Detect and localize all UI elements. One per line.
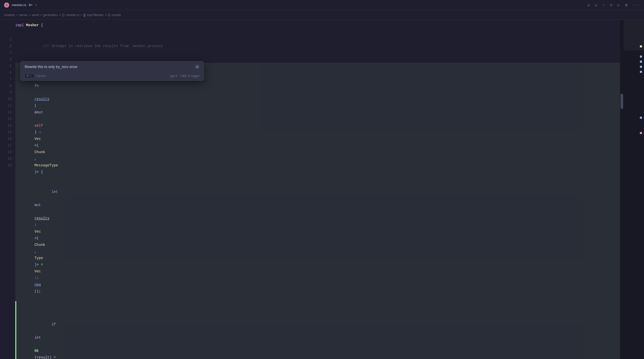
forward-icon[interactable]: ↻: [595, 3, 597, 8]
play-icon[interactable]: ▷: [618, 3, 620, 8]
ellipsis: ..: [47, 74, 49, 78]
circle-arrow-icon[interactable]: ⊙: [610, 3, 612, 8]
diff-bar-2: [15, 308, 16, 359]
filename-label: mesher.rs: [12, 3, 26, 7]
breadcrumb-results[interactable]: results: [112, 13, 121, 17]
cancel-kbd: ⌘⌥: [25, 74, 34, 78]
breadcrumb-fn-icon: ⬡: [108, 13, 110, 17]
titlebar: mesher.rs 9+ ↺ ↻ ○ ⊙ ▷ ⊞ ···: [0, 0, 644, 10]
model-label: ✓ gpt-4: [167, 74, 177, 78]
breadcrumb-file-icon: ⬡: [62, 13, 64, 17]
scrollbar-track: [620, 20, 624, 359]
code-line-impl: impl Mesher {: [15, 20, 644, 30]
breadcrumb-voxelize[interactable]: voxelize: [4, 13, 15, 17]
prompt-close-button[interactable]: ✕: [195, 64, 199, 69]
breadcrumb-filename[interactable]: mesher.rs: [66, 13, 79, 17]
minimap-dot-6: [640, 117, 642, 119]
breadcrumb-generators[interactable]: generators: [43, 13, 58, 17]
breadcrumb: voxelize › server › world › generators ›…: [0, 10, 644, 20]
breadcrumb-impl[interactable]: impl Mesher: [87, 13, 103, 17]
code-line-if-let-ok: if let Ok (result) = self . receiver . t…: [15, 308, 644, 359]
titlebar-right: ↺ ↻ ○ ⊙ ▷ ⊞ ···: [587, 3, 640, 8]
minimap-dot-5: [640, 71, 642, 73]
minimap-dot-4: [640, 66, 642, 68]
minimap-dot-3: [640, 61, 642, 63]
inline-prompt: ✕ ⌘⌥ Cancel .. ✓ gpt-4 ⇧⌘K to toggle: [20, 61, 204, 81]
breadcrumb-server[interactable]: server: [19, 13, 28, 17]
circle-icon[interactable]: ○: [602, 3, 605, 7]
dirty-indicator: [35, 4, 37, 6]
minimap-dot-2: [640, 56, 642, 58]
code-line-blank1: [15, 30, 644, 36]
tab-count: 9+: [29, 3, 33, 7]
line-numbers: 1 2 3 4 5 6 7 8 9 10 11 12 13 14 15 16 1…: [0, 20, 15, 169]
history-icon[interactable]: ↺: [587, 3, 590, 8]
prompt-input-area: ✕: [21, 61, 204, 72]
titlebar-left: mesher.rs 9+: [4, 3, 37, 8]
more-icon[interactable]: ···: [633, 3, 640, 7]
prompt-input[interactable]: [25, 65, 195, 69]
code-line-comment: /// Attempt to retrieve the results from…: [15, 36, 644, 56]
minimap: [624, 20, 644, 359]
code-container: ✕ ⌘⌥ Cancel .. ✓ gpt-4 ⇧⌘K to toggle 1 2…: [0, 20, 644, 359]
cancel-label: Cancel: [36, 74, 45, 78]
layout-icon[interactable]: ⊞: [625, 3, 628, 8]
toggle-hint: ⇧⌘K to toggle: [179, 74, 199, 78]
scrollbar-thumb[interactable]: [621, 94, 623, 109]
code-line-blank-green: [15, 301, 644, 308]
prompt-footer: ⌘⌥ Cancel .. ✓ gpt-4 ⇧⌘K to toggle: [21, 72, 204, 81]
minimap-viewport: [624, 20, 644, 50]
breadcrumb-world[interactable]: world: [32, 13, 39, 17]
minimap-dot-7: [640, 132, 642, 134]
app-icon: [4, 3, 9, 8]
breadcrumb-impl-icon: {}: [83, 13, 85, 17]
code-line-let-results: let mut results : Vec <( Chunk , Type )>…: [15, 182, 644, 301]
diff-bar: [15, 301, 16, 308]
